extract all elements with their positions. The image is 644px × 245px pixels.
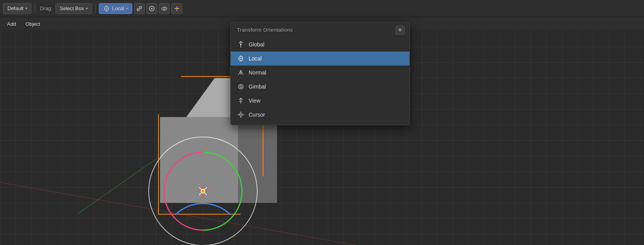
gizmo-center — [195, 183, 211, 199]
gizmo-icon — [174, 5, 180, 12]
link-button[interactable] — [134, 3, 145, 14]
gimbal-icon — [237, 83, 245, 91]
global-label: Global — [249, 41, 264, 48]
separator-1 — [35, 4, 35, 13]
toolbar: Default ▾ Drag: Select Box ▾ Local ▾ — [0, 0, 644, 17]
select-box-arrow: ▾ — [86, 6, 88, 11]
add-menu[interactable]: Add — [3, 19, 20, 30]
cursor-label: Cursor — [249, 112, 265, 118]
dropdown-title: Transform Orientations — [231, 22, 409, 36]
overlay-icon — [161, 5, 167, 12]
pin-icon — [149, 5, 155, 12]
add-orientation-button[interactable]: + — [395, 25, 405, 35]
workspace-arrow: ▾ — [25, 6, 27, 11]
local-orientation-dropdown[interactable]: Local ▾ — [99, 3, 132, 14]
svg-point-38 — [240, 114, 242, 115]
cursor-icon — [237, 111, 245, 119]
gizmo-crosshair-svg — [195, 183, 211, 199]
orientation-item-gimbal[interactable]: Gimbal — [231, 80, 409, 94]
global-icon — [237, 41, 245, 48]
select-box-label: Select Box — [60, 5, 84, 11]
local-orient-label: Local — [249, 55, 262, 62]
svg-point-3 — [151, 8, 153, 9]
gimbal-label: Gimbal — [249, 83, 266, 90]
add-icon: + — [398, 27, 402, 34]
link-icon — [136, 5, 142, 12]
transform-orientations-panel: Transform Orientations + Global — [230, 22, 410, 125]
separator-2 — [95, 4, 96, 13]
local-arrow: ▾ — [126, 6, 128, 11]
view-icon — [237, 97, 245, 105]
object-menu[interactable]: Object — [21, 19, 44, 30]
orientation-item-global[interactable]: Global — [231, 37, 409, 51]
view-label: View — [249, 98, 260, 104]
svg-point-13 — [201, 189, 205, 193]
add-label: Add — [7, 21, 16, 27]
orientation-item-cursor[interactable]: Cursor — [231, 108, 409, 122]
object-label: Object — [25, 21, 40, 27]
local-orient-icon — [237, 55, 245, 62]
svg-point-21 — [240, 44, 242, 45]
select-box-dropdown[interactable]: Select Box ▾ — [55, 3, 92, 14]
workspace-dropdown[interactable]: Default ▾ — [3, 3, 32, 14]
normal-icon — [237, 69, 245, 76]
pin-button[interactable] — [146, 3, 157, 14]
workspace-label: Default — [7, 5, 23, 11]
drag-label: Drag: — [38, 5, 54, 11]
local-icon — [103, 5, 110, 12]
svg-point-8 — [176, 8, 178, 9]
orientation-item-view[interactable]: View — [231, 94, 409, 108]
overlay-button[interactable] — [159, 3, 170, 14]
orientation-item-local[interactable]: Local — [231, 51, 409, 66]
normal-label: Normal — [249, 69, 266, 76]
orientation-list: Global Local Normal — [231, 36, 409, 125]
transform-gizmo — [148, 137, 258, 245]
gizmo-button[interactable] — [171, 3, 182, 14]
local-label: Local — [112, 5, 124, 11]
orientation-item-normal[interactable]: Normal — [231, 66, 409, 80]
